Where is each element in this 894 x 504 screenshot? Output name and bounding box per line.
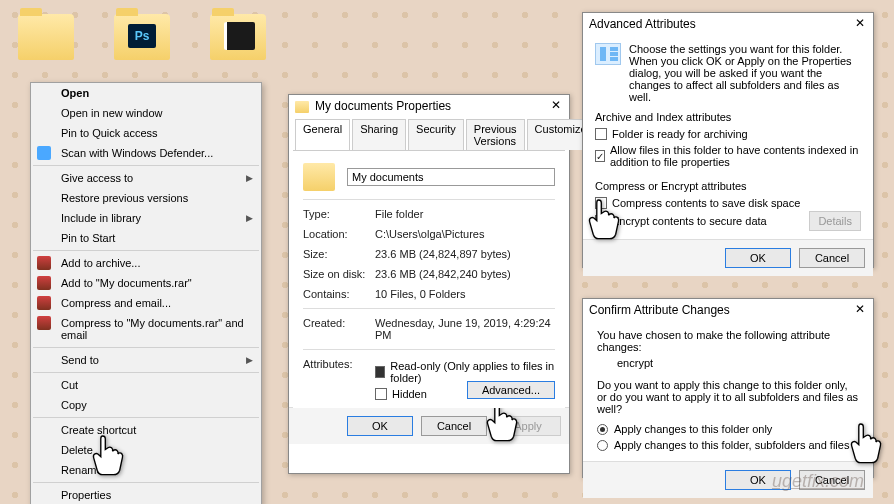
checkbox-icon [375,388,387,400]
ok-button[interactable]: OK [347,416,413,436]
close-icon[interactable]: ✕ [853,303,867,317]
close-icon[interactable]: ✕ [549,99,563,113]
radio-folder-only[interactable]: Apply changes to this folder only [597,421,772,437]
label-type: Type: [303,208,375,220]
cancel-button[interactable]: Cancel [421,416,487,436]
menu-create-shortcut[interactable]: Create shortcut [31,420,261,440]
folder-icon-dark [210,14,266,60]
checkbox-encrypt[interactable]: Encrypt contents to secure data [595,213,767,229]
shield-icon [37,146,51,160]
radio-icon [597,440,608,451]
ok-button[interactable]: OK [725,248,791,268]
label-location: Location: [303,228,375,240]
folder-icon-ps [114,14,170,60]
properties-dialog: My documents Properties ✕ General Sharin… [288,94,570,474]
dialog-title: Advanced Attributes [589,17,696,31]
folder-icon [18,14,74,60]
menu-send-to[interactable]: Send to▶ [31,350,261,370]
value-size: 23.6 MB (24,824,897 bytes) [375,248,555,260]
dialog-body: You have chosen to make the following at… [583,321,873,461]
menu-separator [33,165,259,166]
dialog-buttons: OK Cancel Apply [289,407,569,444]
tabs: General Sharing Security Previous Versio… [289,117,569,150]
menu-delete[interactable]: Delete [31,440,261,460]
menu-add-rar[interactable]: Add to "My documents.rar" [31,273,261,293]
titlebar: Confirm Attribute Changes ✕ [583,299,873,321]
archive-icon [37,276,51,290]
label-contains: Contains: [303,288,375,300]
advanced-attributes-dialog: Advanced Attributes ✕ Choose the setting… [582,12,874,268]
menu-properties[interactable]: Properties [31,485,261,504]
value-size-on-disk: 23.6 MB (24,842,240 bytes) [375,268,555,280]
tab-general[interactable]: General [295,119,350,150]
confirm-question: Do you want to apply this change to this… [597,379,859,415]
label-created: Created: [303,317,375,341]
label-size: Size: [303,248,375,260]
tab-security[interactable]: Security [408,119,464,150]
divider [303,199,555,200]
radio-folder-subfolders[interactable]: Apply changes to this folder, subfolders… [597,437,849,453]
menu-open-new-window[interactable]: Open in new window [31,103,261,123]
menu-cut[interactable]: Cut [31,375,261,395]
confirm-attribute-dialog: Confirm Attribute Changes ✕ You have cho… [582,298,874,478]
menu-open[interactable]: Open [31,83,261,103]
divider [303,349,555,350]
tab-sharing[interactable]: Sharing [352,119,406,150]
folder-item[interactable] [210,14,266,60]
group-compress-encrypt: Compress or Encrypt attributes [595,180,861,192]
folder-icon [303,163,335,191]
menu-pin-quick-access[interactable]: Pin to Quick access [31,123,261,143]
menu-copy[interactable]: Copy [31,395,261,415]
dialog-title: My documents Properties [295,99,451,113]
menu-pin-start[interactable]: Pin to Start [31,228,261,248]
checkbox-icon [595,215,607,227]
value-contains: 10 Files, 0 Folders [375,288,555,300]
folder-item[interactable] [114,14,170,60]
menu-give-access[interactable]: Give access to▶ [31,168,261,188]
archive-icon [37,256,51,270]
checkbox-icon [595,128,607,140]
menu-scan-defender[interactable]: Scan with Windows Defender... [31,143,261,163]
tab-previous-versions[interactable]: Previous Versions [466,119,525,150]
menu-restore-previous[interactable]: Restore previous versions [31,188,261,208]
label-attributes: Attributes: [303,358,375,370]
confirm-intro: You have chosen to make the following at… [597,329,859,353]
confirm-change-value: encrypt [617,353,859,373]
menu-add-archive[interactable]: Add to archive... [31,253,261,273]
details-button[interactable]: Details [809,211,861,231]
menu-rename[interactable]: Rename [31,460,261,480]
checkbox-allow-index[interactable]: Allow files in this folder to have conte… [595,142,861,170]
advanced-button[interactable]: Advanced... [467,381,555,399]
dialog-body: Choose the settings you want for this fo… [583,35,873,239]
dialog-description: Choose the settings you want for this fo… [629,43,861,103]
value-created: Wednesday, June 19, 2019, 4:29:24 PM [375,317,555,341]
apply-button[interactable]: Apply [495,416,561,436]
menu-separator [33,250,259,251]
folder-context-menu: Open Open in new window Pin to Quick acc… [30,82,262,504]
folder-item[interactable] [18,14,74,60]
chevron-right-icon: ▶ [246,173,253,183]
checkbox-hidden[interactable]: Hidden [375,386,427,402]
checkbox-icon [595,197,607,209]
archive-icon [37,316,51,330]
menu-separator [33,347,259,348]
divider [303,308,555,309]
checkbox-ready-archive[interactable]: Folder is ready for archiving [595,126,748,142]
cancel-button[interactable]: Cancel [799,248,865,268]
close-icon[interactable]: ✕ [853,17,867,31]
watermark: ugetfix.com [772,471,864,492]
group-archive-index: Archive and Index attributes [595,111,861,123]
titlebar: Advanced Attributes ✕ [583,13,873,35]
menu-compress-email[interactable]: Compress and email... [31,293,261,313]
checkbox-icon [595,150,605,162]
menu-compress-rar-email[interactable]: Compress to "My documents.rar" and email [31,313,261,345]
menu-include-library[interactable]: Include in library▶ [31,208,261,228]
tab-body-general: Type:File folder Location:C:\Users\olga\… [293,150,565,408]
attributes-icon [595,43,621,65]
folder-name-field[interactable] [347,168,555,186]
radio-icon [597,424,608,435]
checkbox-compress[interactable]: Compress contents to save disk space [595,195,800,211]
value-location: C:\Users\olga\Pictures [375,228,555,240]
value-type: File folder [375,208,555,220]
chevron-right-icon: ▶ [246,213,253,223]
